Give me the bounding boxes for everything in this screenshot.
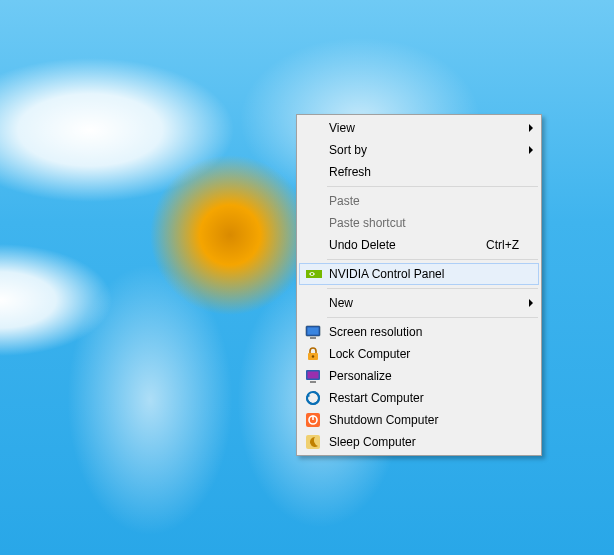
menu-item-label: Paste bbox=[327, 194, 539, 208]
menu-item-label: NVIDIA Control Panel bbox=[327, 267, 538, 281]
menu-item-label: Undo Delete bbox=[327, 238, 486, 252]
separator bbox=[327, 186, 538, 187]
menu-item-personalize[interactable]: Personalize bbox=[299, 365, 539, 387]
svg-point-6 bbox=[312, 355, 314, 357]
lock-icon bbox=[299, 343, 327, 365]
icon-slot bbox=[299, 139, 327, 161]
svg-rect-8 bbox=[308, 372, 319, 379]
personalize-icon bbox=[299, 365, 327, 387]
screen-resolution-icon bbox=[299, 321, 327, 343]
restart-icon bbox=[299, 387, 327, 409]
desktop-wallpaper[interactable]: View Sort by Refresh Paste Paste bbox=[0, 0, 614, 555]
icon-slot bbox=[299, 234, 327, 256]
shutdown-icon bbox=[299, 409, 327, 431]
separator bbox=[327, 288, 538, 289]
desktop-context-menu: View Sort by Refresh Paste Paste bbox=[296, 114, 542, 456]
menu-item-shutdown-computer[interactable]: Shutdown Computer bbox=[299, 409, 539, 431]
icon-slot bbox=[299, 190, 327, 212]
svg-rect-3 bbox=[308, 328, 319, 335]
icon-slot bbox=[299, 161, 327, 183]
icon-slot bbox=[299, 292, 327, 314]
menu-item-label: Sleep Computer bbox=[327, 435, 539, 449]
separator bbox=[327, 259, 538, 260]
menu-item-label: Refresh bbox=[327, 165, 539, 179]
menu-item-new[interactable]: New bbox=[299, 292, 539, 314]
svg-rect-4 bbox=[310, 337, 316, 339]
menu-item-shortcut: Ctrl+Z bbox=[486, 238, 539, 252]
menu-item-refresh[interactable]: Refresh bbox=[299, 161, 539, 183]
menu-item-label: Personalize bbox=[327, 369, 539, 383]
menu-item-label: View bbox=[327, 121, 539, 135]
menu-item-label: Lock Computer bbox=[327, 347, 539, 361]
menu-item-paste: Paste bbox=[299, 190, 539, 212]
menu-item-sort-by[interactable]: Sort by bbox=[299, 139, 539, 161]
submenu-arrow-icon bbox=[529, 121, 533, 135]
sleep-icon bbox=[299, 431, 327, 453]
submenu-arrow-icon bbox=[529, 143, 533, 157]
menu-item-restart-computer[interactable]: Restart Computer bbox=[299, 387, 539, 409]
menu-item-undo-delete[interactable]: Undo Delete Ctrl+Z bbox=[299, 234, 539, 256]
menu-item-label: New bbox=[327, 296, 539, 310]
menu-item-view[interactable]: View bbox=[299, 117, 539, 139]
menu-item-label: Sort by bbox=[327, 143, 539, 157]
menu-item-label: Restart Computer bbox=[327, 391, 539, 405]
icon-slot bbox=[299, 212, 327, 234]
menu-item-label: Screen resolution bbox=[327, 325, 539, 339]
menu-item-label: Shutdown Computer bbox=[327, 413, 539, 427]
submenu-arrow-icon bbox=[529, 296, 533, 310]
menu-item-label: Paste shortcut bbox=[327, 216, 539, 230]
menu-item-nvidia-control-panel[interactable]: NVIDIA Control Panel bbox=[299, 263, 539, 285]
menu-item-screen-resolution[interactable]: Screen resolution bbox=[299, 321, 539, 343]
svg-point-1 bbox=[310, 273, 313, 276]
menu-item-lock-computer[interactable]: Lock Computer bbox=[299, 343, 539, 365]
icon-slot bbox=[299, 117, 327, 139]
separator bbox=[327, 317, 538, 318]
menu-item-paste-shortcut: Paste shortcut bbox=[299, 212, 539, 234]
nvidia-icon bbox=[300, 263, 327, 285]
menu-item-sleep-computer[interactable]: Sleep Computer bbox=[299, 431, 539, 453]
svg-rect-9 bbox=[310, 381, 316, 383]
